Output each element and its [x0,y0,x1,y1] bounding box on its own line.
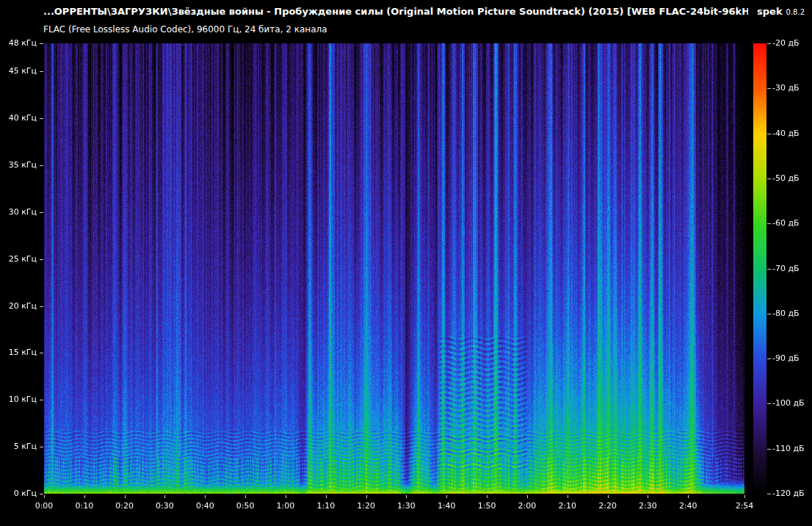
frequency-tick-label: 0 кГц [0,489,37,499]
time-tick-label: 0:10 [66,501,103,511]
time-tick [648,495,648,498]
legend-tick [767,359,771,359]
time-tick [125,495,126,498]
time-tick [164,495,165,498]
frequency-tick-label: 30 кГц [0,207,37,217]
time-tick [245,495,246,498]
app-version: 0.8.2 [786,8,805,16]
legend-tick [767,403,771,404]
frequency-tick [40,447,43,447]
legend-tick [767,179,771,179]
time-tick [84,495,85,498]
time-tick [406,495,407,498]
frequency-tick [40,259,43,260]
legend-tick [767,223,771,224]
time-tick-label: 1:00 [267,501,304,511]
time-tick-label: 0:30 [146,501,183,511]
time-tick-label: 0:00 [26,501,62,511]
time-tick-label: 1:20 [348,501,385,511]
time-tick [608,495,609,498]
legend-tick-label: -30 дБ [772,83,812,93]
legend-tick-label: -110 дБ [772,444,812,454]
frequency-tick [40,494,43,494]
frequency-tick [40,306,43,307]
frequency-tick [40,43,43,44]
time-tick-label: 1:30 [388,501,424,511]
spek-window: ...ОРРЕНТЫ\ЗАГРУЗКИ\Звёздные войны - Про… [0,0,812,526]
frequency-tick [40,400,43,400]
time-tick-label: 0:40 [186,501,223,511]
time-tick-label: 2:00 [509,501,545,511]
time-tick [744,495,745,498]
legend-tick-label: -20 дБ [772,38,812,48]
spectrogram-canvas [44,43,744,494]
frequency-tick [40,71,43,72]
time-tick [446,495,447,498]
legend-tick-label: -50 дБ [772,173,812,184]
legend-tick [767,269,771,270]
legend-tick-label: -40 дБ [772,129,812,139]
legend-tick [767,43,771,44]
time-tick-label: 2:10 [549,501,586,511]
legend-tick-label: -70 дБ [772,264,812,274]
frequency-tick-label: 48 кГц [0,38,37,48]
time-tick-label: 0:50 [227,501,264,511]
time-tick [568,495,568,498]
time-tick [326,495,327,498]
time-tick [688,495,689,498]
frequency-tick-label: 45 кГц [0,66,37,76]
time-tick-label: 2:40 [670,501,706,511]
legend-tick [767,314,771,314]
frequency-tick [40,118,43,119]
time-tick [286,495,286,498]
frequency-tick-label: 20 кГц [0,301,37,311]
frequency-tick [40,212,43,213]
legend-tick-label: -80 дБ [772,309,812,319]
frequency-tick [40,165,43,166]
app-brand: spek0.8.2 [757,6,805,17]
time-tick-label: 1:40 [428,501,465,511]
frequency-tick-label: 25 кГц [0,254,37,264]
frequency-tick [40,353,43,353]
legend-tick [767,88,771,89]
legend-tick [767,134,771,134]
frequency-tick-label: 10 кГц [0,394,37,405]
frequency-tick-label: 15 кГц [0,347,37,358]
time-tick-label: 1:50 [468,501,505,511]
time-tick [44,495,45,498]
frequency-tick-label: 40 кГц [0,113,37,123]
legend-tick-label: -100 дБ [772,398,812,408]
app-name: spek [757,6,783,17]
time-tick-label: 0:20 [106,501,143,511]
legend-tick-label: -90 дБ [772,353,812,364]
frequency-tick-label: 5 кГц [0,442,37,452]
legend-tick [767,449,771,450]
legend-tick [767,494,771,494]
legend-tick-label: -60 дБ [772,218,812,228]
time-tick [366,495,367,498]
time-tick-label: 2:30 [629,501,666,511]
time-tick [205,495,206,498]
time-tick-label: 1:10 [308,501,344,511]
time-tick-label: 2:54 [726,501,763,511]
file-path-title: ...ОРРЕНТЫ\ЗАГРУЗКИ\Звёздные войны - Про… [43,6,748,17]
legend-gradient-bar [753,43,766,494]
audio-format-info: FLAC (Free Lossless Audio Codec), 96000 … [43,24,327,35]
time-tick [487,495,487,498]
frequency-tick-label: 35 кГц [0,160,37,170]
time-tick-label: 2:20 [590,501,626,511]
time-tick [527,495,528,498]
legend-tick-label: -120 дБ [772,489,812,499]
